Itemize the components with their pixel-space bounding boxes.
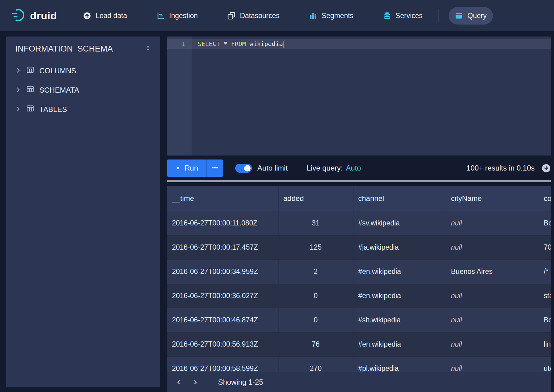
topbar-divider: [439, 9, 439, 22]
table-row[interactable]: 2016-06-27T00:00:36.027Z0#en.wikipedianu…: [167, 284, 551, 308]
pagination-bar: Showing 1-25: [167, 372, 551, 392]
live-query-mode-button[interactable]: Auto: [346, 164, 361, 172]
table-cell[interactable]: 0: [278, 308, 353, 332]
table-row[interactable]: 2016-06-27T00:00:34.959Z2#en.wikipediaBu…: [167, 259, 551, 284]
ingestion-icon: [157, 12, 165, 20]
brand-name: druid: [30, 10, 57, 22]
table-cell[interactable]: 2016-06-27T00:00:34.959Z: [167, 259, 278, 284]
tree-item-label: COLUMNS: [39, 67, 76, 75]
run-more-options-button[interactable]: [206, 159, 223, 177]
nav-label: Services: [396, 12, 423, 20]
table-cell[interactable]: #en.wikipedia: [353, 284, 446, 308]
nav-item-load-data[interactable]: Load data: [77, 7, 133, 25]
chevron-right-icon: [15, 86, 21, 94]
table-cell[interactable]: #en.wikipedia: [353, 332, 446, 356]
query-workbench: 1 SELECT * FROM wikipedia Run: [167, 37, 551, 392]
top-navigation-bar: druid Load data Ingestion: [0, 0, 554, 31]
table-cell[interactable]: 2: [278, 259, 353, 284]
nav-item-ingestion[interactable]: Ingestion: [150, 7, 204, 25]
druid-logo[interactable]: druid: [12, 8, 57, 23]
table-cell[interactable]: 76: [278, 332, 353, 356]
column-header-channel[interactable]: channel: [353, 186, 446, 211]
sql-text: wikipedia: [246, 40, 283, 48]
table-cell[interactable]: #sv.wikipedia: [353, 211, 446, 235]
sidebar-item-tables[interactable]: TABLES: [6, 100, 160, 119]
tree-item-label: SCHEMATA: [39, 86, 79, 94]
sql-editor[interactable]: 1 SELECT * FROM wikipedia: [167, 37, 551, 156]
auto-limit-toggle[interactable]: Auto limit: [235, 164, 288, 173]
table-cell[interactable]: null: [446, 308, 539, 332]
table-cell[interactable]: 31: [278, 211, 353, 235]
table-grid-icon: [26, 66, 34, 76]
table-cell[interactable]: Buenos Aires: [446, 259, 539, 284]
sql-keyword: FROM: [231, 40, 246, 48]
next-page-button[interactable]: [189, 375, 202, 389]
druid-logo-icon: [12, 8, 26, 23]
table-cell[interactable]: 2016-06-27T00:00:17.457Z: [167, 235, 278, 259]
play-icon: [175, 164, 181, 172]
column-header-added[interactable]: added: [278, 186, 353, 211]
table-cell[interactable]: 2016-06-27T00:00:11.080Z: [167, 211, 278, 235]
sidebar-header: INFORMATION_SCHEMA: [6, 44, 160, 54]
sql-text: *: [220, 40, 231, 48]
upload-icon: [83, 12, 91, 20]
table-cell[interactable]: Bo: [539, 211, 551, 235]
sql-code[interactable]: SELECT * FROM wikipedia: [192, 37, 284, 156]
table-cell[interactable]: 2016-06-27T00:00:56.913Z: [167, 332, 278, 356]
line-number: 1: [167, 39, 185, 49]
double-caret-vertical-icon[interactable]: [144, 44, 152, 54]
table-cell[interactable]: #sh.wikipedia: [353, 308, 446, 332]
table-cell[interactable]: #ja.wikipedia: [353, 235, 446, 259]
table-header-row: __time added channel cityName comment: [167, 186, 551, 211]
table-cell[interactable]: null: [446, 332, 539, 356]
table-cell[interactable]: 125: [278, 235, 353, 259]
table-grid-icon: [26, 85, 34, 95]
table-row[interactable]: 2016-06-27T00:00:46.874Z0#sh.wikipedianu…: [167, 308, 551, 332]
table-grid-icon: [26, 104, 34, 114]
table-row[interactable]: 2016-06-27T00:00:17.457Z125#ja.wikipedia…: [167, 235, 551, 259]
editor-gutter: 1: [167, 37, 192, 156]
nav-label: Ingestion: [169, 12, 198, 20]
toggle-switch[interactable]: [235, 164, 252, 173]
column-header-comment[interactable]: comment: [539, 186, 551, 211]
chevron-right-icon: [15, 67, 21, 75]
column-header-cityname[interactable]: cityName: [446, 186, 539, 211]
run-button-label: Run: [185, 164, 198, 172]
nav-item-query[interactable]: Query: [449, 7, 493, 25]
nav-item-services[interactable]: Services: [377, 7, 429, 25]
download-results-icon[interactable]: [541, 163, 551, 173]
main-nav: Load data Ingestion Datasources: [77, 7, 429, 25]
table-cell[interactable]: /* S: [539, 259, 551, 284]
table-cell[interactable]: null: [446, 211, 539, 235]
nav-item-segments[interactable]: Segments: [303, 7, 360, 25]
table-row[interactable]: 2016-06-27T00:00:56.913Z76#en.wikipedian…: [167, 332, 551, 356]
chevron-right-icon: [15, 105, 21, 114]
sidebar-item-columns[interactable]: COLUMNS: [6, 61, 160, 80]
table-cell[interactable]: 2016-06-27T00:00:36.027Z: [167, 284, 278, 308]
table-row[interactable]: 2016-06-27T00:00:11.080Z31#sv.wikipedian…: [167, 211, 551, 235]
results-summary: 100+ results in 0.10s: [466, 164, 535, 172]
horizontal-scrollbar[interactable]: [167, 180, 551, 182]
table-cell[interactable]: #en.wikipedia: [353, 259, 446, 284]
table-cell[interactable]: 70.: [539, 235, 551, 259]
table-cell[interactable]: link: [539, 332, 551, 356]
table-cell[interactable]: 2016-06-27T00:00:46.874Z: [167, 308, 278, 332]
table-cell[interactable]: Bo: [539, 308, 551, 332]
nav-label: Segments: [322, 12, 353, 20]
table-cell[interactable]: null: [446, 235, 539, 259]
table-cell[interactable]: null: [446, 284, 539, 308]
table-cell[interactable]: sta: [539, 284, 551, 308]
datasources-icon: [227, 12, 236, 20]
nav-label: Query: [467, 12, 487, 20]
run-button[interactable]: Run: [167, 159, 206, 177]
table-cell[interactable]: 0: [278, 284, 353, 308]
live-query-label: Live query:: [307, 164, 343, 172]
ellipsis-icon: [212, 164, 218, 172]
sidebar-item-schemata[interactable]: SCHEMATA: [6, 80, 160, 100]
results-table: __time added channel cityName comment 20…: [167, 186, 551, 381]
toggle-knob: [244, 165, 251, 171]
tree-item-label: TABLES: [39, 105, 67, 114]
column-header-time[interactable]: __time: [167, 186, 278, 211]
previous-page-button[interactable]: [172, 375, 185, 389]
nav-item-datasources[interactable]: Datasources: [221, 7, 286, 25]
